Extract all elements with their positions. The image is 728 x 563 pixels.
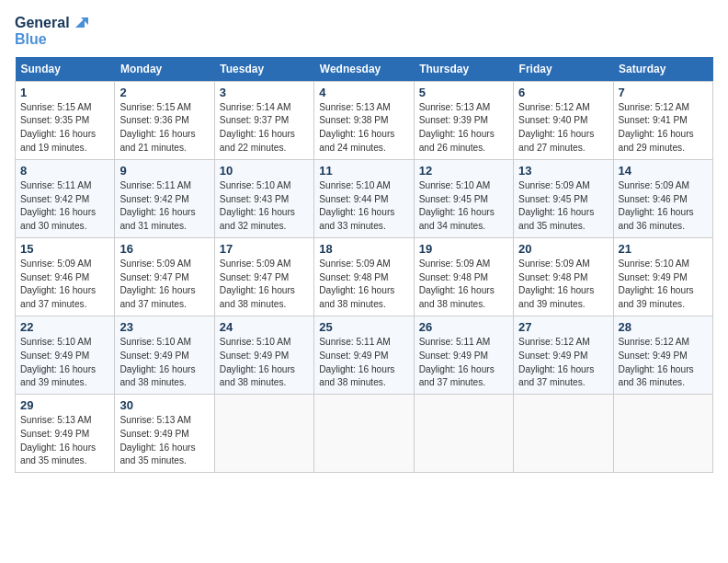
day-number: 26 [419,320,508,334]
logo-text-blue: Blue [15,31,47,48]
day-number: 7 [619,86,708,99]
calendar-cell: 18 Sunrise: 5:09 AM Sunset: 9:48 PM Dayl… [314,237,414,316]
calendar-cell: 30 Sunrise: 5:13 AM Sunset: 9:49 PM Dayl… [115,395,214,473]
calendar-cell: 28 Sunrise: 5:12 AM Sunset: 9:49 PM Dayl… [613,316,712,394]
calendar-cell [214,395,313,473]
logo-text-general: General [15,15,70,31]
calendar-cell: 11 Sunrise: 5:10 AM Sunset: 9:44 PM Dayl… [314,159,414,237]
day-number: 4 [319,86,408,99]
calendar-week-row: 15 Sunrise: 5:09 AM Sunset: 9:46 PM Dayl… [16,237,713,316]
day-info: Sunrise: 5:09 AM Sunset: 9:46 PM Dayligh… [20,258,109,312]
day-number: 3 [220,86,309,99]
day-info: Sunrise: 5:13 AM Sunset: 9:39 PM Dayligh… [419,101,508,155]
day-number: 1 [20,86,109,99]
day-info: Sunrise: 5:12 AM Sunset: 9:40 PM Dayligh… [518,101,608,155]
day-number: 9 [119,164,209,178]
day-number: 2 [119,86,209,99]
calendar-cell: 21 Sunrise: 5:10 AM Sunset: 9:49 PM Dayl… [613,237,712,316]
calendar-week-row: 22 Sunrise: 5:10 AM Sunset: 9:49 PM Dayl… [16,316,713,394]
calendar-cell: 2 Sunrise: 5:15 AM Sunset: 9:36 PM Dayli… [115,81,214,159]
day-number: 13 [518,164,608,178]
calendar-cell: 14 Sunrise: 5:09 AM Sunset: 9:46 PM Dayl… [613,159,712,237]
calendar-cell [314,395,414,473]
calendar-cell: 8 Sunrise: 5:11 AM Sunset: 9:42 PM Dayli… [16,159,115,237]
calendar-cell: 22 Sunrise: 5:10 AM Sunset: 9:49 PM Dayl… [16,316,115,394]
day-info: Sunrise: 5:09 AM Sunset: 9:48 PM Dayligh… [319,258,408,312]
calendar-cell: 17 Sunrise: 5:09 AM Sunset: 9:47 PM Dayl… [214,237,313,316]
day-info: Sunrise: 5:13 AM Sunset: 9:38 PM Dayligh… [319,101,408,155]
calendar-cell: 12 Sunrise: 5:10 AM Sunset: 9:45 PM Dayl… [414,159,513,237]
day-info: Sunrise: 5:10 AM Sunset: 9:44 PM Dayligh… [319,179,408,234]
day-info: Sunrise: 5:10 AM Sunset: 9:43 PM Dayligh… [220,179,309,234]
calendar-cell: 29 Sunrise: 5:13 AM Sunset: 9:49 PM Dayl… [16,395,115,473]
day-number: 15 [20,242,109,256]
weekday-header: Monday [115,57,214,82]
calendar-cell [514,395,613,473]
calendar-cell: 20 Sunrise: 5:09 AM Sunset: 9:48 PM Dayl… [514,237,613,316]
day-number: 20 [518,242,608,256]
weekday-header: Tuesday [214,57,313,82]
weekday-header: Wednesday [314,57,414,82]
day-number: 11 [319,164,408,178]
day-info: Sunrise: 5:12 AM Sunset: 9:49 PM Dayligh… [518,336,608,390]
calendar-cell: 1 Sunrise: 5:15 AM Sunset: 9:35 PM Dayli… [16,81,115,159]
day-number: 12 [419,164,508,178]
day-number: 10 [220,164,309,178]
day-number: 19 [419,242,508,256]
calendar-cell: 24 Sunrise: 5:10 AM Sunset: 9:49 PM Dayl… [214,316,313,394]
calendar-cell: 7 Sunrise: 5:12 AM Sunset: 9:41 PM Dayli… [613,81,712,159]
day-number: 29 [20,398,109,412]
day-info: Sunrise: 5:10 AM Sunset: 9:49 PM Dayligh… [119,336,209,390]
day-info: Sunrise: 5:10 AM Sunset: 9:49 PM Dayligh… [20,336,109,390]
day-info: Sunrise: 5:09 AM Sunset: 9:45 PM Dayligh… [518,179,608,234]
calendar-cell: 25 Sunrise: 5:11 AM Sunset: 9:49 PM Dayl… [314,316,414,394]
calendar-cell: 9 Sunrise: 5:11 AM Sunset: 9:42 PM Dayli… [115,159,214,237]
day-number: 6 [518,86,608,99]
weekday-header: Thursday [414,57,513,82]
logo-image: General Blue [15,15,88,48]
day-info: Sunrise: 5:12 AM Sunset: 9:41 PM Dayligh… [619,101,708,155]
day-info: Sunrise: 5:09 AM Sunset: 9:47 PM Dayligh… [119,258,209,312]
day-number: 24 [220,320,309,334]
day-number: 30 [119,398,209,412]
logo-arrow-icon [72,15,88,31]
calendar-cell: 16 Sunrise: 5:09 AM Sunset: 9:47 PM Dayl… [115,237,214,316]
day-info: Sunrise: 5:11 AM Sunset: 9:49 PM Dayligh… [319,336,408,390]
day-number: 27 [518,320,608,334]
day-info: Sunrise: 5:09 AM Sunset: 9:48 PM Dayligh… [419,258,508,312]
day-number: 8 [20,164,109,178]
calendar-cell: 19 Sunrise: 5:09 AM Sunset: 9:48 PM Dayl… [414,237,513,316]
calendar-cell: 13 Sunrise: 5:09 AM Sunset: 9:45 PM Dayl… [514,159,613,237]
day-info: Sunrise: 5:13 AM Sunset: 9:49 PM Dayligh… [20,414,109,468]
day-info: Sunrise: 5:13 AM Sunset: 9:49 PM Dayligh… [119,414,209,468]
calendar-week-row: 8 Sunrise: 5:11 AM Sunset: 9:42 PM Dayli… [16,159,713,237]
calendar-week-row: 1 Sunrise: 5:15 AM Sunset: 9:35 PM Dayli… [16,81,713,159]
calendar-week-row: 29 Sunrise: 5:13 AM Sunset: 9:49 PM Dayl… [16,395,713,473]
day-info: Sunrise: 5:15 AM Sunset: 9:35 PM Dayligh… [20,101,109,155]
calendar-cell: 23 Sunrise: 5:10 AM Sunset: 9:49 PM Dayl… [115,316,214,394]
calendar-cell: 6 Sunrise: 5:12 AM Sunset: 9:40 PM Dayli… [514,81,613,159]
day-info: Sunrise: 5:15 AM Sunset: 9:36 PM Dayligh… [119,101,209,155]
day-info: Sunrise: 5:11 AM Sunset: 9:42 PM Dayligh… [119,179,209,234]
day-number: 18 [319,242,408,256]
day-number: 14 [619,164,708,178]
calendar-cell [613,395,712,473]
calendar-table: SundayMondayTuesdayWednesdayThursdayFrid… [15,57,713,474]
calendar-cell: 27 Sunrise: 5:12 AM Sunset: 9:49 PM Dayl… [514,316,613,394]
day-info: Sunrise: 5:11 AM Sunset: 9:42 PM Dayligh… [20,179,109,234]
logo: General Blue [15,15,88,48]
calendar-cell: 26 Sunrise: 5:11 AM Sunset: 9:49 PM Dayl… [414,316,513,394]
calendar-cell: 15 Sunrise: 5:09 AM Sunset: 9:46 PM Dayl… [16,237,115,316]
calendar-header-row: SundayMondayTuesdayWednesdayThursdayFrid… [16,57,713,82]
day-number: 28 [619,320,708,334]
day-number: 5 [419,86,508,99]
day-number: 25 [319,320,408,334]
day-number: 16 [119,242,209,256]
day-info: Sunrise: 5:09 AM Sunset: 9:47 PM Dayligh… [220,258,309,312]
day-info: Sunrise: 5:11 AM Sunset: 9:49 PM Dayligh… [419,336,508,390]
calendar-cell [414,395,513,473]
weekday-header: Sunday [16,57,115,82]
calendar-cell: 10 Sunrise: 5:10 AM Sunset: 9:43 PM Dayl… [214,159,313,237]
weekday-header: Friday [514,57,613,82]
page-header: General Blue [15,15,713,48]
